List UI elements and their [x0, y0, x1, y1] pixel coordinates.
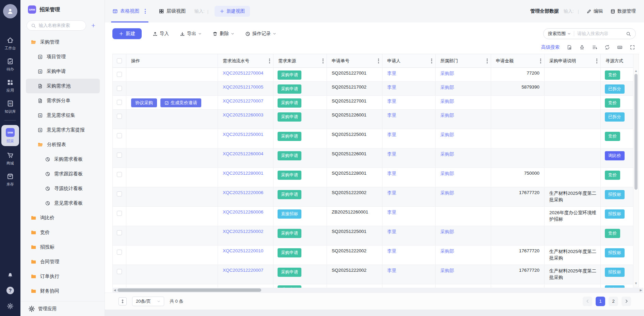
column-menu-icon[interactable]: [596, 59, 597, 63]
fullscreen-icon[interactable]: [630, 45, 635, 50]
applicant-link[interactable]: 李里: [382, 190, 435, 196]
rail-item-应用[interactable]: 应用: [1, 77, 19, 94]
row-checkbox[interactable]: [117, 100, 122, 105]
rail-item-招采[interactable]: SRM招采: [1, 125, 19, 146]
row-checkbox[interactable]: [117, 269, 122, 274]
serial-link[interactable]: XQC202512170005: [218, 84, 273, 90]
department-link[interactable]: 采购部: [436, 151, 491, 157]
sidebar-item-财务协同[interactable]: 财务协同: [20, 284, 105, 298]
department-link[interactable]: 采购部: [436, 84, 491, 91]
sidebar-item-需求拆分单[interactable]: 需求拆分单: [20, 93, 105, 108]
row-checkbox[interactable]: [117, 230, 122, 235]
import-button[interactable]: 导入: [153, 31, 169, 37]
sidebar-item-意见需求方案提报[interactable]: S意见需求方案提报: [20, 123, 105, 137]
serial-link[interactable]: XQC202512270004: [218, 70, 273, 76]
data-manage-button[interactable]: 数据管理: [610, 8, 636, 14]
row-checkbox[interactable]: [117, 153, 122, 158]
next-page-button[interactable]: [622, 297, 631, 306]
scroll-right-icon[interactable]: ▶: [639, 288, 643, 292]
sidebar-item-意见需求看板[interactable]: 意见需求看板: [20, 196, 105, 210]
column-menu-icon[interactable]: [323, 59, 324, 63]
applicant-link[interactable]: 李里: [382, 151, 435, 157]
tab-table-view[interactable]: 表格视图: [112, 0, 146, 22]
horizontal-scroll-thumb[interactable]: [117, 288, 261, 292]
column-menu-icon[interactable]: [269, 59, 270, 63]
tab-menu-icon[interactable]: [145, 9, 146, 14]
department-link[interactable]: 采购部: [436, 98, 491, 105]
department-link[interactable]: 采购部: [436, 70, 491, 77]
sidebar-item-意见需求征集[interactable]: S意见需求征集: [20, 108, 105, 123]
delete-button[interactable]: 删除: [213, 31, 234, 37]
department-link[interactable]: 采购部: [436, 248, 491, 254]
row-checkbox[interactable]: [117, 114, 122, 119]
sidebar-item-采购申请[interactable]: S采购申请: [20, 64, 105, 79]
applicant-link[interactable]: 李里: [382, 112, 435, 118]
prev-page-button[interactable]: [583, 297, 592, 306]
serial-link[interactable]: XQC202512220010: [218, 248, 273, 253]
add-menu-button[interactable]: [91, 23, 96, 28]
department-link[interactable]: 采购部: [436, 112, 491, 118]
sidebar-item-项目管理[interactable]: S项目管理: [20, 49, 105, 64]
department-link[interactable]: 采购部: [436, 132, 491, 138]
sidebar-item-寻源统计看板[interactable]: 寻源统计看板: [20, 181, 105, 196]
sidebar-item-采购需求看板[interactable]: 采购需求看板: [20, 152, 105, 167]
department-link[interactable]: 采购部: [436, 229, 491, 235]
applicant-link[interactable]: 李里: [382, 268, 435, 274]
serial-link[interactable]: XQC202512260003: [218, 112, 273, 117]
sidebar-item-招投标[interactable]: 招投标: [20, 240, 105, 254]
page-button-1[interactable]: 1: [596, 297, 605, 306]
search-input[interactable]: 请输入搜索内容: [577, 31, 623, 37]
column-menu-icon[interactable]: [431, 59, 432, 63]
serial-link[interactable]: XQC202512270007: [218, 98, 273, 104]
serial-link[interactable]: XQC202512220006: [218, 190, 273, 195]
row-action-协议采购[interactable]: 协议采购: [131, 98, 157, 107]
row-checkbox[interactable]: [117, 172, 122, 177]
sidebar-item-采购需求池[interactable]: 采购需求池: [26, 79, 100, 93]
search-icon[interactable]: [626, 31, 631, 36]
applicant-link[interactable]: 李里: [382, 209, 435, 216]
row-checkbox[interactable]: [117, 133, 122, 138]
column-menu-icon[interactable]: [487, 59, 488, 63]
row-action-生成竞价邀请[interactable]: 生成竞价邀请: [160, 98, 201, 107]
applicant-link[interactable]: 李里: [382, 229, 435, 235]
list-sort-icon[interactable]: [592, 45, 597, 50]
column-menu-icon[interactable]: [540, 59, 541, 63]
sidebar-search-input[interactable]: 输入名称来搜索: [27, 20, 86, 31]
sidebar-item-采购管理[interactable]: 采购管理: [20, 35, 105, 49]
vertical-scroll-thumb[interactable]: [634, 74, 638, 190]
row-checkbox[interactable]: [117, 191, 122, 196]
applicant-link[interactable]: 李里: [382, 98, 435, 105]
row-checkbox[interactable]: [117, 211, 122, 216]
scroll-left-icon[interactable]: ◀: [112, 288, 117, 292]
rail-item-待办[interactable]: 待办: [1, 56, 19, 73]
select-all-checkbox[interactable]: [117, 58, 122, 63]
row-checkbox[interactable]: [117, 86, 122, 91]
serial-link[interactable]: XQC202512220007: [218, 268, 273, 273]
page-size-select[interactable]: 20条/页: [132, 297, 164, 306]
applicant-link[interactable]: 李里: [382, 70, 435, 77]
stamp-icon[interactable]: [579, 45, 585, 50]
rail-item-商城[interactable]: 商城: [1, 150, 19, 167]
column-menu-icon[interactable]: [378, 59, 379, 63]
create-button[interactable]: 新建: [112, 28, 142, 39]
help-icon[interactable]: ?: [6, 287, 14, 294]
export-button[interactable]: 导出: [180, 31, 202, 37]
tab-hierarchy-view[interactable]: 层级视图: [159, 0, 186, 22]
manage-all-data-button[interactable]: 管理全部数据: [530, 8, 559, 14]
horizontal-scrollbar[interactable]: ◀ ▶: [112, 288, 643, 293]
manage-app-button[interactable]: 管理应用: [20, 301, 105, 316]
row-checkbox[interactable]: [117, 250, 122, 255]
serial-link[interactable]: XQC202512250002: [218, 229, 273, 234]
rail-item-工作台[interactable]: 工作台: [1, 35, 19, 52]
edit-view-button[interactable]: 编辑: [586, 8, 603, 14]
sidebar-item-询比价[interactable]: 询比价: [20, 210, 105, 225]
advanced-search-link[interactable]: 高级搜索: [541, 44, 560, 50]
department-link[interactable]: 采购部: [436, 171, 491, 177]
department-link[interactable]: 采购部: [436, 190, 491, 196]
sidebar-item-订单执行[interactable]: 订单执行: [20, 269, 105, 284]
department-link[interactable]: 采购部: [436, 268, 491, 274]
refresh-icon[interactable]: [604, 45, 610, 50]
search-scope-select[interactable]: 搜索范围: [548, 31, 571, 37]
user-avatar[interactable]: [3, 4, 17, 18]
scroll-down-icon[interactable]: ▼: [633, 282, 639, 285]
